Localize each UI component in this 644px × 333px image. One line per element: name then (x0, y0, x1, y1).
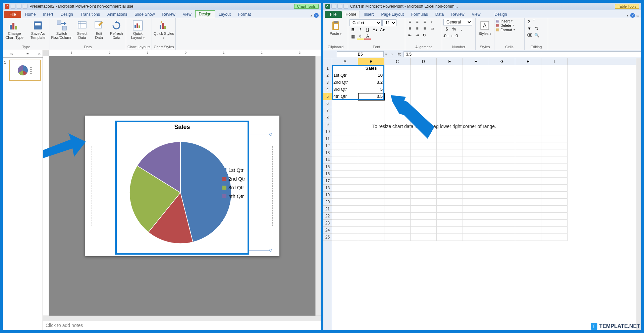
font-name-select[interactable]: Calibri (350, 19, 382, 26)
help-icon[interactable]: ? (630, 13, 635, 18)
font-size-select[interactable]: 11 (382, 19, 396, 26)
table-tools-context-tab: Table Tools (615, 4, 639, 9)
tab-design[interactable]: Design (57, 11, 76, 18)
tab-home[interactable]: Home (21, 11, 39, 18)
outline-tab-icon[interactable]: ≡ (19, 50, 36, 57)
find-icon[interactable]: 🔍 (533, 32, 540, 38)
tab-view[interactable]: View (179, 11, 195, 18)
tab-insert[interactable]: Insert (39, 11, 57, 18)
tab-review[interactable]: Review (158, 11, 179, 18)
svg-rect-17 (164, 26, 166, 29)
merge-center-button[interactable]: ▭ (429, 25, 435, 31)
window-icon[interactable]: ▭ (636, 14, 639, 17)
number-format-select[interactable]: General (443, 19, 472, 25)
align-center-icon[interactable]: ≡ (414, 25, 421, 31)
annotation-arrow-chart (43, 133, 86, 160)
percent-icon[interactable]: % (451, 26, 458, 32)
qat-undo-icon[interactable] (337, 4, 342, 9)
align-bottom-icon[interactable]: ≡ (421, 19, 428, 25)
quick-styles-button[interactable]: Quick Styles ▾ (153, 19, 174, 40)
styles-button[interactable]: A Styles ▾ (477, 19, 492, 36)
ribbon-group-font: Font (350, 45, 404, 49)
select-data-button[interactable]: Select Data (75, 19, 90, 40)
panel-close-icon[interactable]: ✕ (36, 50, 43, 57)
notes-pane[interactable]: Click to add notes (43, 321, 321, 330)
fx-icon[interactable]: fx (398, 52, 401, 57)
currency-icon[interactable]: $ (443, 26, 450, 32)
xl-tab-pagelayout[interactable]: Page Layout (377, 11, 407, 18)
slides-tab-icon[interactable]: ▭ (3, 50, 19, 57)
increase-indent-icon[interactable]: ⇥ (414, 32, 421, 38)
delete-cells-button[interactable]: ▦Delete ▾ (496, 23, 514, 27)
file-tab[interactable]: File (4, 11, 21, 18)
align-top-icon[interactable]: ≡ (407, 19, 413, 25)
decrease-decimal-icon[interactable]: ←.0 (451, 33, 458, 39)
change-chart-type-button[interactable]: Change Chart Type (4, 19, 25, 40)
formula-bar[interactable]: 3.5 (404, 51, 641, 57)
qat-save-icon[interactable] (11, 4, 15, 9)
vertical-ruler (43, 56, 49, 316)
border-button[interactable]: ▦ (350, 34, 356, 40)
xl-tab-review[interactable]: Review (447, 11, 468, 18)
wrap-text-button[interactable]: ⤶ (429, 19, 435, 25)
fill-color-button[interactable]: ◊ (357, 34, 364, 40)
xl-tab-formulas[interactable]: Formulas (408, 11, 432, 18)
xl-tab-view[interactable]: View (468, 11, 484, 18)
shrink-font-icon[interactable]: A▾ (379, 27, 386, 33)
row-headers[interactable]: 1234567891011121314151617181920212223242… (323, 65, 332, 330)
autosum-icon[interactable]: Σ (526, 19, 533, 25)
slide-thumbnail[interactable]: ———— (9, 60, 41, 81)
slide[interactable]: C le Sales (85, 116, 279, 256)
xl-tab-insert[interactable]: Insert (360, 11, 377, 18)
qat-undo-icon[interactable] (17, 4, 21, 9)
cell-grid[interactable]: Sales1st Qtr102nd Qtr3.23rd Qtr54th Qtr3… (332, 65, 636, 330)
underline-button[interactable]: U (364, 27, 371, 33)
grow-font-icon[interactable]: A▴ (372, 27, 378, 33)
decrease-indent-icon[interactable]: ⇤ (407, 32, 413, 38)
tab-chart-design[interactable]: Design (195, 10, 215, 18)
orientation-icon[interactable]: ⟳ (421, 32, 428, 38)
align-middle-icon[interactable]: ≡ (414, 19, 421, 25)
format-cells-button[interactable]: ▦Format ▾ (496, 27, 515, 32)
tab-chart-format[interactable]: Format (234, 11, 255, 18)
xl-vertical-scrollbar[interactable] (636, 58, 641, 330)
column-headers[interactable]: ABCDEFGHI (332, 58, 636, 65)
xl-tab-data[interactable]: Data (432, 11, 447, 18)
help-icon[interactable]: ? (314, 13, 319, 18)
tab-transitions[interactable]: Transitions (77, 11, 104, 18)
bold-button[interactable]: B (350, 27, 356, 33)
xl-tab-home[interactable]: Home (342, 11, 360, 18)
font-color-button[interactable]: A (364, 34, 371, 40)
cancel-icon: ○ (388, 52, 395, 57)
tab-chart-layout[interactable]: Layout (215, 11, 234, 18)
clear-icon[interactable]: ⌫ (526, 32, 533, 38)
quick-layout-button[interactable]: Quick Layout ▾ (127, 19, 148, 40)
qat-redo-icon[interactable] (343, 4, 348, 9)
sort-filter-icon[interactable]: ⇅ (533, 25, 540, 31)
align-left-icon[interactable]: ≡ (407, 25, 413, 31)
align-right-icon[interactable]: ≡ (421, 25, 428, 31)
name-box[interactable]: B5 (337, 51, 384, 57)
tab-slideshow[interactable]: Slide Show (131, 11, 158, 18)
xl-tab-table-design[interactable]: Design (491, 11, 511, 18)
tab-animations[interactable]: Animations (104, 11, 131, 18)
powerpoint-icon (5, 4, 9, 9)
ppt-horizontal-scrollbar[interactable] (43, 316, 321, 321)
paste-button[interactable]: Paste ▾ (327, 19, 344, 36)
italic-button[interactable]: I (357, 27, 364, 33)
qat-redo-icon[interactable] (23, 4, 28, 9)
increase-decimal-icon[interactable]: .0→ (443, 33, 450, 39)
minimize-ribbon-icon[interactable]: ▲ (626, 14, 629, 17)
insert-cells-button[interactable]: ▦Insert ▾ (496, 19, 513, 23)
refresh-data-button[interactable]: Refresh Data (108, 19, 124, 40)
minimize-ribbon-icon[interactable]: ▲ (310, 14, 313, 17)
ppt-vertical-scrollbar[interactable] (315, 56, 321, 316)
fill-icon[interactable]: ▼ (526, 25, 533, 31)
edit-data-button[interactable]: Edit Data (92, 19, 106, 40)
switch-row-column-button[interactable]: Switch Row/Column (51, 19, 72, 40)
xl-file-tab[interactable]: File (325, 11, 342, 18)
qat-save-icon[interactable] (331, 4, 336, 9)
select-all-corner[interactable] (323, 58, 332, 65)
save-as-template-button[interactable]: Save As Template (28, 19, 48, 40)
comma-icon[interactable]: , (458, 26, 465, 32)
